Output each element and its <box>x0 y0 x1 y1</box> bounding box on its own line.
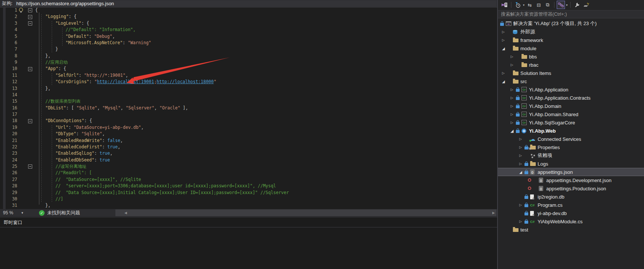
sync-with-active-document-icon[interactable]: ⇆ <box>526 1 534 9</box>
code-line[interactable]: 4//"Default": "Information", <box>0 27 497 33</box>
expander-collapsed-icon[interactable]: ▷ <box>519 162 524 166</box>
pending-changes-filter-icon[interactable] <box>514 1 522 9</box>
code-line[interactable]: 7} <box>0 46 497 52</box>
tree-item[interactable]: ▷C#Yi.Abp.Domain <box>498 102 644 110</box>
chevron-down-icon[interactable]: ▾ <box>523 3 524 7</box>
schema-url-combobox[interactable]: https://json.schemastore.org/appsettings… <box>15 0 496 7</box>
tree-item[interactable]: ▷C#YiAbpWebModule.cs <box>498 217 644 226</box>
expander-collapsed-icon[interactable]: ▷ <box>502 38 507 42</box>
code-line[interactable]: 23"EnabledSqlLog": true, <box>0 150 497 157</box>
expander-collapsed-icon[interactable]: ▷ <box>511 55 516 58</box>
expander-collapsed-icon[interactable]: ▷ <box>511 96 516 100</box>
scroll-left-icon[interactable]: ◀ <box>124 211 127 215</box>
lightbulb-icon[interactable] <box>17 7 25 13</box>
expander-expanded-icon[interactable]: ◢ <box>502 46 507 51</box>
code-line[interactable]: 26//"ReadUrl": [ <box>0 170 497 176</box>
code-line[interactable]: 5"Default": "Debug", <box>0 33 497 40</box>
tree-item[interactable]: ▷外部源 <box>498 28 644 36</box>
preview-selected-items-icon[interactable] <box>582 1 590 9</box>
code-line[interactable]: 27// "DataSource=[xxxx]", //Sqlite <box>0 176 497 183</box>
code-line[interactable]: 30//] <box>0 196 497 202</box>
url-link[interactable]: http://localhost:18000 <box>157 79 214 84</box>
scroll-right-icon[interactable]: ▶ <box>492 211 495 215</box>
code-line[interactable]: 19"Url": "DataSource=yi-abp-dev.db", <box>0 124 497 131</box>
chevron-down-icon[interactable]: ▾ <box>566 3 568 7</box>
tree-item[interactable]: ◢{}appsettings.json <box>498 168 644 176</box>
code-line[interactable]: 1{ <box>0 7 497 13</box>
fold-collapse-toggle[interactable] <box>28 15 32 19</box>
properties-wrench-icon[interactable] <box>573 1 581 9</box>
show-all-files-icon[interactable]: ⧉ <box>544 1 552 9</box>
horizontal-scrollbar[interactable]: ◀ ▶ <box>115 209 496 216</box>
code-line[interactable]: 12"CorsOrigins": "http://localhost:19001… <box>0 79 497 85</box>
tree-item[interactable]: ∞解决方案 'Yi.Abp' (23 个项目, 共 23 个) <box>498 19 644 28</box>
tree-item[interactable]: ▷C#Yi.Abp.Application <box>498 85 644 94</box>
tree-item[interactable]: ◢src <box>498 77 644 85</box>
expander-collapsed-icon[interactable]: ▷ <box>519 203 524 207</box>
code-line[interactable]: 22"EnabledCodeFirst": true, <box>0 144 497 150</box>
expander-expanded-icon[interactable]: ◢ <box>502 79 507 84</box>
collapse-all-icon[interactable]: ⊟ <box>535 1 543 9</box>
tree-item[interactable]: ▷☁Connected Services <box>498 135 644 143</box>
tree-item[interactable]: ▷C#Yi.Abp.Domain.Shared <box>498 110 644 118</box>
expander-collapsed-icon[interactable]: ▷ <box>502 71 507 75</box>
expander-collapsed-icon[interactable]: ▷ <box>511 104 516 108</box>
expander-collapsed-icon[interactable]: ▷ <box>502 30 507 34</box>
fold-collapse-toggle[interactable] <box>28 164 32 169</box>
tree-item[interactable]: ▷rbac <box>498 61 644 69</box>
tree-item[interactable]: ▷bbs <box>498 52 644 61</box>
expander-expanded-icon[interactable]: ◢ <box>519 170 524 174</box>
code-line[interactable]: 9//应用启动 <box>0 59 497 66</box>
document-health-indicator[interactable]: ✓ 未找到相关问题 <box>39 210 80 216</box>
code-line[interactable]: 25//读写分离地址 <box>0 163 497 170</box>
code-line[interactable]: 3"LogLevel": { <box>0 20 497 27</box>
code-line[interactable]: 28// "server=[xxxx];port=3306;database=[… <box>0 183 497 189</box>
code-line[interactable]: 17 <box>0 111 497 118</box>
expander-collapsed-icon[interactable]: ▷ <box>519 220 524 223</box>
code-line[interactable]: 20"DbType": "Sqlite", <box>0 131 497 137</box>
expander-collapsed-icon[interactable]: ▷ <box>519 154 524 157</box>
code-line[interactable]: 13}, <box>0 85 497 92</box>
code-line[interactable]: 15//数据库类型列表 <box>0 98 497 105</box>
tree-item[interactable]: ▷Logs <box>498 160 644 168</box>
code-line[interactable]: 10"App": { <box>0 66 497 72</box>
expander-collapsed-icon[interactable]: ▷ <box>519 137 524 141</box>
tree-item[interactable]: ▷Solution Items <box>498 69 644 77</box>
tree-item[interactable]: ▷⚒Properties <box>498 143 644 151</box>
fold-collapse-toggle[interactable] <box>28 8 32 12</box>
tree-item[interactable]: ◢module <box>498 44 644 52</box>
expander-expanded-icon[interactable]: ◢ <box>511 129 516 133</box>
tree-item[interactable]: ▷framework <box>498 36 644 44</box>
expander-collapsed-icon[interactable]: ▷ <box>519 145 524 149</box>
expander-collapsed-icon[interactable]: ▷ <box>511 88 516 91</box>
search-input[interactable] <box>498 10 644 18</box>
code-line[interactable]: 14 <box>0 92 497 98</box>
tree-item[interactable]: {}appsettings.Production.json <box>498 184 644 193</box>
fold-collapse-toggle[interactable] <box>28 67 32 71</box>
code-line[interactable]: 29// "Data Source=[xxxx];Initial Catalog… <box>0 190 497 196</box>
code-line[interactable]: 11"SelfUrl": "http://*:19001", <box>0 72 497 79</box>
tree-item[interactable]: ▷C#Yi.Abp.SqlSugarCore <box>498 118 644 127</box>
tree-item[interactable]: ▷C#Program.cs <box>498 201 644 209</box>
tree-item[interactable]: ▷依赖项 <box>498 151 644 160</box>
fold-collapse-toggle[interactable] <box>28 21 32 25</box>
switch-views-icon[interactable] <box>501 1 509 9</box>
code-line[interactable]: 16"DbList": [ "Sqlite", "Mysql", "Sqlser… <box>0 105 497 111</box>
fold-collapse-toggle[interactable] <box>28 119 32 123</box>
expander-collapsed-icon[interactable]: ▷ <box>511 112 516 116</box>
code-line[interactable]: 24"EnabledDbSeed": true <box>0 157 497 163</box>
url-link[interactable]: http://localhost:19001 <box>97 79 154 84</box>
code-line[interactable]: 2"Logging": { <box>0 13 497 20</box>
tree-item[interactable]: ▷C#Yi.Abp.Application.Contracts <box>498 94 644 102</box>
tree-item[interactable]: ◢⊕Yi.Abp.Web <box>498 127 644 135</box>
code-line[interactable]: 6"Microsoft.AspNetCore": "Warning" <box>0 40 497 46</box>
tree-item[interactable]: ip2region.db <box>498 193 644 201</box>
tree-item[interactable]: {}appsettings.Development.json <box>498 176 644 184</box>
code-line[interactable]: 8}, <box>0 53 497 59</box>
code-line[interactable]: 18"DbConnOptions": { <box>0 118 497 124</box>
tree-item[interactable]: test <box>498 226 644 234</box>
zoom-level-dropdown[interactable]: 95 % ▾ <box>0 209 33 217</box>
track-selected-item-icon[interactable] <box>557 1 565 9</box>
code-line[interactable]: 21"EnabledReadWrite": false, <box>0 137 497 144</box>
code-editor[interactable]: 1{2"Logging": {3"LogLevel": {4//"Default… <box>0 7 497 209</box>
